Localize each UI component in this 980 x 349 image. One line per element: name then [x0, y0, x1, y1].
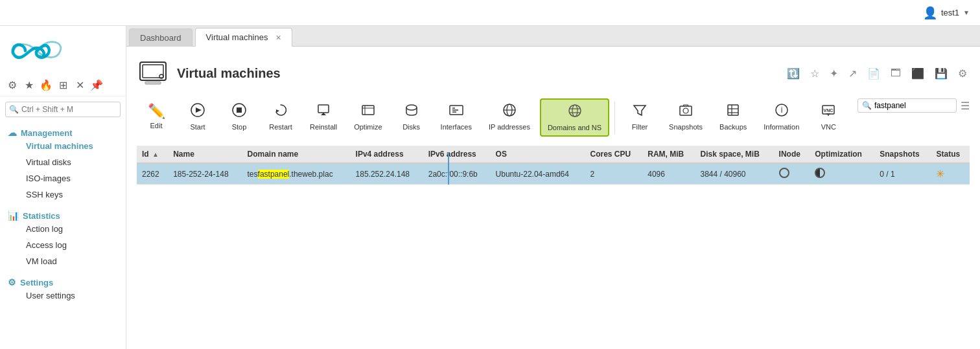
doc-icon[interactable]: 📄 — [865, 66, 883, 81]
col-domain[interactable]: Domain name — [242, 146, 351, 163]
inode-circle — [779, 168, 789, 178]
col-status[interactable]: Status — [931, 146, 970, 163]
table-row[interactable]: 2262 185-252-24-148 tesfastpanel.theweb.… — [137, 163, 970, 185]
sidebar-tool-2[interactable]: ★ — [22, 78, 36, 92]
svg-rect-9 — [318, 105, 329, 113]
filter-search-input[interactable] — [874, 101, 952, 110]
user-dropdown-icon[interactable]: ▼ — [963, 9, 970, 16]
sidebar-item-access-log[interactable]: Access log — [8, 237, 118, 253]
filter-search-box[interactable]: 🔍 — [858, 98, 957, 113]
sidebar-item-vm-load[interactable]: VM load — [8, 253, 118, 269]
share-icon[interactable]: ↗ — [846, 66, 859, 81]
sort-arrow-id: ▲ — [152, 151, 159, 158]
app-layout: ⚙ ★ 🔥 ⊞ ✕ 📌 🔍 ☁ Management Virtual machi… — [0, 26, 980, 349]
optimize-icon — [361, 103, 375, 121]
svg-marker-8 — [276, 109, 279, 113]
table-header-row: Id ▲ Name Domain name IPv4 address IPv6 … — [137, 146, 970, 163]
svg-text:i: i — [780, 106, 782, 115]
reinstall-icon — [316, 103, 331, 121]
col-ram[interactable]: RAM, MiB — [642, 146, 695, 163]
sidebar-item-virtual-machines[interactable]: Virtual machines — [8, 138, 118, 154]
sidebar-item-action-log[interactable]: Action log — [8, 221, 118, 237]
top-bar: 👤 test1 ▼ — [0, 0, 980, 26]
sidebar-search-area: 🔍 — [5, 102, 121, 117]
backups-icon — [726, 103, 740, 121]
star2-icon[interactable]: ✦ — [827, 66, 841, 81]
filter-button[interactable]: Filter — [620, 98, 659, 135]
expand-icon[interactable]: ⬛ — [909, 66, 927, 81]
sidebar: ⚙ ★ 🔥 ⊞ ✕ 📌 🔍 ☁ Management Virtual machi… — [0, 26, 126, 349]
backups-button[interactable]: Backups — [712, 98, 754, 135]
col-optimization[interactable]: Optimization — [810, 146, 874, 163]
save-icon[interactable]: 💾 — [932, 66, 950, 81]
toolbar-separator-1 — [614, 102, 615, 134]
cell-optimization — [810, 163, 874, 185]
interfaces-button[interactable]: Interfaces — [434, 98, 479, 135]
sidebar-search-input[interactable] — [5, 102, 121, 117]
sidebar-tool-4[interactable]: ⊞ — [56, 78, 70, 92]
sidebar-item-virtual-disks[interactable]: Virtual disks — [8, 154, 118, 170]
filter-icon — [633, 103, 647, 121]
restart-button[interactable]: Restart — [261, 98, 300, 135]
svg-text:VNC: VNC — [824, 108, 834, 113]
status-icon: ✳ — [936, 168, 944, 179]
filter-search-icon: 🔍 — [862, 101, 872, 110]
sidebar-section-statistics-title[interactable]: 📊 Statistics — [8, 210, 118, 221]
sidebar-section-settings: ⚙ Settings User settings — [0, 272, 126, 306]
domain-prefix: tes — [248, 170, 258, 179]
snapshots-button[interactable]: Snapshots — [662, 98, 710, 135]
sidebar-tool-6[interactable]: 📌 — [89, 78, 104, 92]
stop-button[interactable]: Stop — [220, 98, 259, 135]
star-icon[interactable]: ☆ — [808, 66, 822, 81]
chart-icon: 📊 — [8, 210, 19, 221]
sidebar-tool-5[interactable]: ✕ — [73, 78, 87, 92]
sidebar-section-settings-title[interactable]: ⚙ Settings — [8, 277, 118, 287]
col-os[interactable]: OS — [491, 146, 585, 163]
optimize-button[interactable]: Optimize — [347, 98, 389, 135]
window-icon[interactable]: 🗔 — [888, 66, 904, 80]
cell-name: 185-252-24-148 — [168, 163, 242, 185]
disks-button[interactable]: Disks — [392, 98, 431, 135]
disks-icon — [404, 103, 419, 121]
sidebar-item-iso-images[interactable]: ISO-images — [8, 170, 118, 186]
sidebar-section-management-title[interactable]: ☁ Management — [8, 128, 118, 138]
cell-status: ✳ — [931, 163, 970, 185]
tab-bar: Dashboard Virtual machines ✕ — [126, 26, 980, 47]
sidebar-tool-1[interactable]: ⚙ — [5, 78, 19, 92]
ip-icon — [502, 103, 517, 121]
column-filter-icon[interactable]: ☰ — [961, 100, 970, 112]
search-filter-area: 🔍 ☰ — [858, 98, 970, 113]
optimize-circle — [815, 168, 825, 178]
domain-suffix: .theweb.plac — [289, 170, 332, 179]
cell-ipv4: 185.252.24.148 — [351, 163, 423, 185]
main-area: Dashboard Virtual machines ✕ — [126, 26, 980, 349]
tab-close-icon[interactable]: ✕ — [275, 34, 281, 41]
cell-snapshots: 0 / 1 — [874, 163, 931, 185]
sidebar-item-ssh-keys[interactable]: SSH keys — [8, 186, 118, 203]
col-ipv4[interactable]: IPv4 address — [351, 146, 423, 163]
information-button[interactable]: i Information — [756, 98, 806, 135]
col-snapshots[interactable]: Snapshots — [874, 146, 931, 163]
virtual-machines-icon — [137, 57, 169, 89]
col-id[interactable]: Id ▲ — [137, 146, 168, 163]
refresh-icon[interactable]: 🔃 — [784, 66, 802, 81]
col-inode[interactable]: INode — [774, 146, 810, 163]
col-name[interactable]: Name — [168, 146, 242, 163]
sidebar-tool-3[interactable]: 🔥 — [39, 78, 53, 92]
tab-virtual-machines[interactable]: Virtual machines ✕ — [195, 28, 293, 47]
reinstall-button[interactable]: Reinstall — [303, 98, 344, 135]
domains-ns-button[interactable]: Domains and NS — [540, 98, 609, 137]
sidebar-item-user-settings[interactable]: User settings — [8, 287, 118, 304]
header-actions: 🔃 ☆ ✦ ↗ 📄 🗔 ⬛ 💾 ⚙ — [784, 66, 970, 81]
ip-addresses-button[interactable]: IP addresses — [482, 98, 537, 135]
col-cores[interactable]: Cores CPU — [585, 146, 643, 163]
col-ipv6[interactable]: IPv6 address — [423, 146, 491, 163]
settings-icon[interactable]: ⚙ — [955, 66, 970, 81]
start-button[interactable]: Start — [178, 98, 217, 135]
tab-dashboard[interactable]: Dashboard — [129, 28, 192, 47]
col-disk[interactable]: Disk space, MiB — [695, 146, 773, 163]
snapshots-icon — [679, 103, 693, 121]
edit-button[interactable]: ✏️ Edit — [137, 98, 176, 134]
vnc-button[interactable]: VNC VNC — [809, 98, 848, 135]
logo-icon — [8, 36, 66, 65]
